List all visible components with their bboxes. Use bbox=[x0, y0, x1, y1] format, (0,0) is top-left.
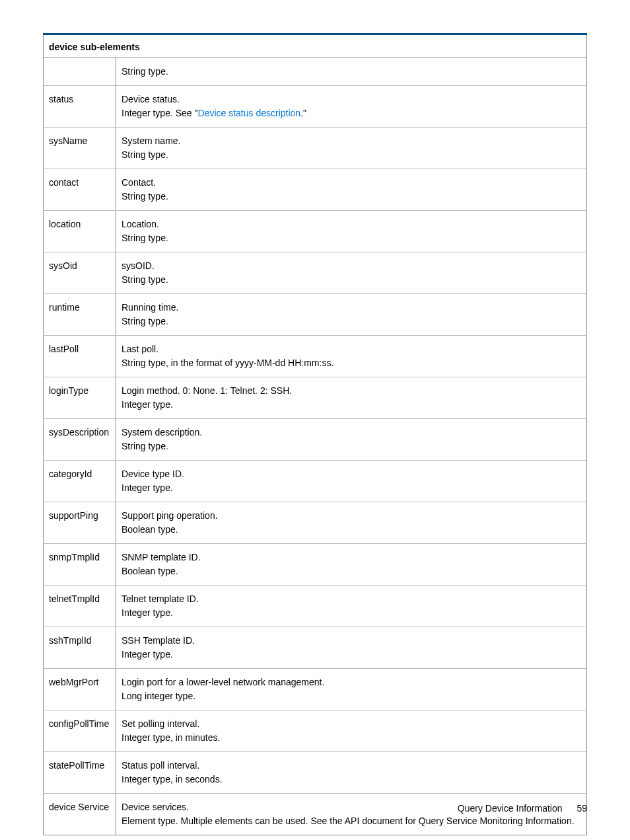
element-description-cell: Contact.String type. bbox=[116, 169, 587, 211]
table-row: snmpTmplIdSNMP template ID.Boolean type. bbox=[44, 544, 587, 586]
table-row: sysOidsysOID.String type. bbox=[44, 252, 587, 294]
table-row: telnetTmplIdTelnet template ID.Integer t… bbox=[44, 586, 587, 627]
table-row: categoryIdDevice type ID.Integer type. bbox=[44, 461, 587, 502]
element-name-cell: sshTmplId bbox=[44, 627, 116, 669]
table-row: locationLocation.String type. bbox=[44, 211, 587, 252]
table-row: sshTmplIdSSH Template ID.Integer type. bbox=[44, 627, 587, 669]
element-description-cell: Support ping operation.Boolean type. bbox=[116, 502, 587, 544]
element-name-cell: loginType bbox=[44, 377, 116, 419]
description-line: Long integer type. bbox=[122, 689, 581, 703]
description-line: String type. bbox=[122, 439, 581, 453]
description-line: SNMP template ID. bbox=[122, 551, 581, 564]
description-line: sysOID. bbox=[122, 259, 581, 273]
description-line: Integer type. bbox=[122, 648, 581, 662]
description-line: Device type ID. bbox=[122, 467, 581, 481]
element-name-cell: telnetTmplId bbox=[44, 586, 116, 627]
table-row: configPollTimeSet polling interval.Integ… bbox=[44, 710, 587, 752]
description-line: String type. bbox=[122, 148, 581, 162]
element-description-cell: Device status.Integer type. See "Device … bbox=[116, 86, 587, 128]
description-line: Integer type, in seconds. bbox=[122, 773, 581, 786]
description-line: String type. bbox=[122, 315, 581, 328]
footer-title: Query Device Information bbox=[458, 803, 563, 814]
element-name-cell: snmpTmplId bbox=[44, 544, 116, 586]
description-line: Telnet template ID. bbox=[122, 592, 581, 606]
description-line: Last poll. bbox=[122, 342, 581, 356]
element-description-cell: Login method. 0: None. 1: Telnet. 2: SSH… bbox=[116, 377, 587, 419]
element-description-cell: Login port for a lower-level network man… bbox=[116, 669, 587, 710]
element-description-cell: Device type ID.Integer type. bbox=[116, 461, 587, 502]
element-description-cell: Last poll.String type, in the format of … bbox=[116, 336, 587, 377]
description-line: Running time. bbox=[122, 301, 581, 315]
element-name-cell: runtime bbox=[44, 294, 116, 336]
description-line: Support ping operation. bbox=[122, 509, 581, 523]
element-name-cell: supportPing bbox=[44, 502, 116, 544]
description-line: Integer type. See "Device status descrip… bbox=[122, 106, 581, 120]
table-row: supportPingSupport ping operation.Boolea… bbox=[44, 502, 587, 544]
description-line: Status poll interval. bbox=[122, 759, 581, 773]
element-description-cell: SSH Template ID.Integer type. bbox=[116, 627, 587, 669]
table-row: webMgrPortLogin port for a lower-level n… bbox=[44, 669, 587, 710]
description-line: Boolean type. bbox=[122, 523, 581, 537]
table-header: device sub-elements bbox=[44, 34, 587, 58]
element-name-cell: device Service bbox=[44, 794, 116, 835]
element-description-cell: Telnet template ID.Integer type. bbox=[116, 586, 587, 627]
element-description-cell: Status poll interval.Integer type, in se… bbox=[116, 752, 587, 794]
element-name-cell: lastPoll bbox=[44, 336, 116, 377]
description-line: String type. bbox=[122, 65, 581, 79]
element-name-cell: webMgrPort bbox=[44, 669, 116, 710]
element-name-cell bbox=[44, 58, 116, 86]
description-line: Integer type. bbox=[122, 398, 581, 412]
device-status-description-link[interactable]: Device status description bbox=[198, 108, 301, 118]
element-description-cell: Set polling interval.Integer type, in mi… bbox=[116, 710, 587, 752]
page-number: 59 bbox=[577, 803, 587, 814]
description-line: Integer type. bbox=[122, 606, 581, 620]
table-row: statePollTimeStatus poll interval.Intege… bbox=[44, 752, 587, 794]
device-sub-elements-table: device sub-elements String type.statusDe… bbox=[43, 33, 587, 835]
description-line: Integer type, in minutes. bbox=[122, 731, 581, 745]
element-description-cell: Running time.String type. bbox=[116, 294, 587, 336]
description-line: SSH Template ID. bbox=[122, 634, 581, 648]
description-line: System name. bbox=[122, 134, 581, 148]
description-line: Boolean type. bbox=[122, 564, 581, 578]
page-content: device sub-elements String type.statusDe… bbox=[0, 0, 630, 840]
element-name-cell: contact bbox=[44, 169, 116, 211]
element-description-cell: String type. bbox=[116, 58, 587, 86]
table-row: lastPollLast poll.String type, in the fo… bbox=[44, 336, 587, 377]
table-row: contactContact.String type. bbox=[44, 169, 587, 211]
table-row: statusDevice status.Integer type. See "D… bbox=[44, 86, 587, 128]
description-line: System description. bbox=[122, 426, 581, 439]
element-name-cell: statePollTime bbox=[44, 752, 116, 794]
description-line: Location. bbox=[122, 217, 581, 231]
table-row: runtimeRunning time.String type. bbox=[44, 294, 587, 336]
description-line: String type, in the format of yyyy-MM-dd… bbox=[122, 356, 581, 370]
description-line: String type. bbox=[122, 190, 581, 204]
element-name-cell: sysOid bbox=[44, 252, 116, 294]
description-line: String type. bbox=[122, 273, 581, 287]
page-footer: Query Device Information 59 bbox=[458, 790, 630, 833]
element-description-cell: System description.String type. bbox=[116, 419, 587, 461]
element-name-cell: configPollTime bbox=[44, 710, 116, 752]
element-description-cell: Location.String type. bbox=[116, 211, 587, 252]
description-line: Device status. bbox=[122, 93, 581, 106]
element-name-cell: categoryId bbox=[44, 461, 116, 502]
table-row: sysDescriptionSystem description.String … bbox=[44, 419, 587, 461]
element-name-cell: location bbox=[44, 211, 116, 252]
element-name-cell: sysName bbox=[44, 128, 116, 169]
description-line: Login port for a lower-level network man… bbox=[122, 675, 581, 689]
element-description-cell: SNMP template ID.Boolean type. bbox=[116, 544, 587, 586]
description-line: Set polling interval. bbox=[122, 717, 581, 731]
table-row: String type. bbox=[44, 58, 587, 86]
element-description-cell: System name.String type. bbox=[116, 128, 587, 169]
description-line: Integer type. bbox=[122, 481, 581, 495]
description-line: String type. bbox=[122, 231, 581, 245]
description-line: Login method. 0: None. 1: Telnet. 2: SSH… bbox=[122, 384, 581, 398]
element-name-cell: status bbox=[44, 86, 116, 128]
description-line: Contact. bbox=[122, 176, 581, 190]
element-description-cell: sysOID.String type. bbox=[116, 252, 587, 294]
element-name-cell: sysDescription bbox=[44, 419, 116, 461]
table-row: sysNameSystem name.String type. bbox=[44, 128, 587, 169]
table-row: loginTypeLogin method. 0: None. 1: Telne… bbox=[44, 377, 587, 419]
